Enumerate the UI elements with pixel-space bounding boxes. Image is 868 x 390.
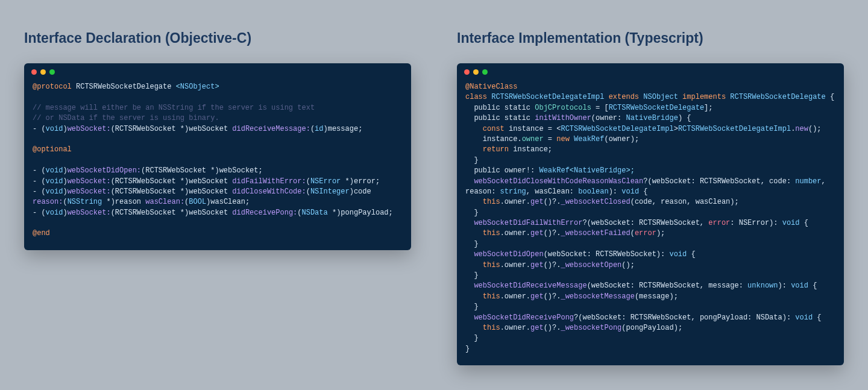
right-code-window: @NativeClass class RCTSRWebSocketDelegat…	[457, 63, 844, 365]
comparison-columns: Interface Declaration (Objective-C) @pro…	[24, 30, 844, 365]
right-heading: Interface Implementation (Typescript)	[457, 30, 844, 46]
minimize-icon	[473, 69, 479, 75]
close-icon	[464, 69, 470, 75]
left-heading: Interface Declaration (Objective-C)	[24, 30, 411, 46]
maximize-icon	[49, 69, 55, 75]
left-code-window: @protocol RCTSRWebSocketDelegate <NSObje…	[24, 63, 411, 250]
window-titlebar	[24, 63, 411, 78]
right-column: Interface Implementation (Typescript) @N…	[457, 30, 844, 365]
close-icon	[31, 69, 37, 75]
maximize-icon	[482, 69, 488, 75]
minimize-icon	[40, 69, 46, 75]
ts-code: @NativeClass class RCTSRWebSocketDelegat…	[457, 78, 844, 365]
objc-code: @protocol RCTSRWebSocketDelegate <NSObje…	[24, 78, 411, 250]
window-titlebar	[457, 63, 844, 78]
left-column: Interface Declaration (Objective-C) @pro…	[24, 30, 411, 365]
